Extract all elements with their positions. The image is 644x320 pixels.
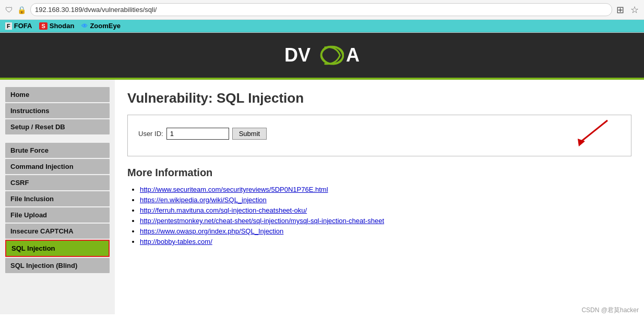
link-5[interactable]: https://www.owasp.org/index.php/SQL_Inje… xyxy=(140,227,283,235)
zoomeye-icon: 👁 xyxy=(81,22,88,30)
address-bar: 🛡 🔒 ⊞ ☆ xyxy=(0,0,644,20)
page-title: Vulnerability: SQL Injection xyxy=(127,90,631,106)
sidebar-item-setup[interactable]: Setup / Reset DB xyxy=(5,119,110,134)
user-id-label: User ID: xyxy=(138,130,163,138)
dvwa-logo-text: DV xyxy=(284,44,311,66)
bookmark-fofa[interactable]: F FOFA xyxy=(5,22,32,30)
bookmark-shodan[interactable]: S Shodan xyxy=(39,22,74,30)
sidebar-item-sql-injection-blind[interactable]: SQL Injection (Blind) xyxy=(5,258,110,273)
more-info-links: http://www.securiteam.com/securityreview… xyxy=(127,185,631,245)
sidebar-item-home[interactable]: Home xyxy=(5,87,110,102)
submit-button[interactable]: Submit xyxy=(232,128,267,140)
bookmark-shodan-label: Shodan xyxy=(50,22,75,30)
link-1[interactable]: http://www.securiteam.com/securityreview… xyxy=(140,186,328,193)
list-item: http://pentestmonkey.net/cheat-sheet/sql… xyxy=(140,216,631,225)
sidebar-item-sql-injection[interactable]: SQL Injection xyxy=(5,240,110,257)
bookmark-fofa-label: FOFA xyxy=(14,22,32,30)
dvwa-main: Vulnerability: SQL Injection User ID: Su… xyxy=(115,80,644,314)
sidebar-item-insecure-captcha[interactable]: Insecure CAPTCHA xyxy=(5,224,110,239)
more-info-title: More Information xyxy=(127,167,631,179)
list-item: http://bobby-tables.com/ xyxy=(140,237,631,245)
qr-icon[interactable]: ⊞ xyxy=(616,4,624,16)
bookmark-zoomeye-label: ZoomEye xyxy=(90,22,121,30)
sidebar-item-brute-force[interactable]: Brute Force xyxy=(5,143,110,158)
svg-line-2 xyxy=(581,120,607,141)
dvwa-sidebar: Home Instructions Setup / Reset DB Brute… xyxy=(0,80,115,314)
sidebar-item-csrf[interactable]: CSRF xyxy=(5,175,110,190)
star-icon[interactable]: ☆ xyxy=(630,4,639,16)
bookmarks-bar: F FOFA S Shodan 👁 ZoomEye xyxy=(0,20,644,32)
sidebar-item-file-inclusion[interactable]: File Inclusion xyxy=(5,191,110,206)
link-4[interactable]: http://pentestmonkey.net/cheat-sheet/sql… xyxy=(140,217,384,225)
browser-chrome: 🛡 🔒 ⊞ ☆ F FOFA S Shodan 👁 ZoomEye xyxy=(0,0,644,33)
dvwa-logo: DV A xyxy=(284,42,360,68)
address-input[interactable] xyxy=(30,3,612,16)
fofa-icon: F xyxy=(5,22,12,30)
list-item: http://ferruh.mavituna.com/sql-injection… xyxy=(140,206,631,214)
sidebar-spacer xyxy=(5,136,110,142)
dvwa-logo-text2: A xyxy=(346,44,360,66)
dvwa-logo-swoosh xyxy=(313,42,344,68)
arrow-annotation xyxy=(558,118,610,146)
link-2[interactable]: https://en.wikipedia.org/wiki/SQL_inject… xyxy=(140,196,267,204)
user-id-input[interactable] xyxy=(166,128,229,140)
shodan-icon: S xyxy=(39,22,47,30)
lock-icon: 🔒 xyxy=(17,6,26,14)
sidebar-item-file-upload[interactable]: File Upload xyxy=(5,207,110,223)
sidebar-item-command-injection[interactable]: Command Injection xyxy=(5,159,110,174)
link-3[interactable]: http://ferruh.mavituna.com/sql-injection… xyxy=(140,206,307,214)
list-item: http://www.securiteam.com/securityreview… xyxy=(140,185,631,193)
dvwa-header: DV A xyxy=(0,33,644,80)
browser-icons: ⊞ ☆ xyxy=(616,4,639,16)
dvwa-page: DV A Home Instructions Setup / Reset DB … xyxy=(0,33,644,314)
sidebar-item-instructions[interactable]: Instructions xyxy=(5,103,110,118)
bookmark-zoomeye[interactable]: 👁 ZoomEye xyxy=(81,22,121,30)
form-row: User ID: Submit xyxy=(138,128,621,140)
list-item: https://en.wikipedia.org/wiki/SQL_inject… xyxy=(140,195,631,204)
watermark: CSDN @君莫hacker xyxy=(581,306,639,314)
form-box: User ID: Submit xyxy=(127,115,631,156)
link-6[interactable]: http://bobby-tables.com/ xyxy=(140,238,212,245)
shield-icon: 🛡 xyxy=(5,5,13,14)
dvwa-content: Home Instructions Setup / Reset DB Brute… xyxy=(0,80,644,314)
list-item: https://www.owasp.org/index.php/SQL_Inje… xyxy=(140,227,631,235)
